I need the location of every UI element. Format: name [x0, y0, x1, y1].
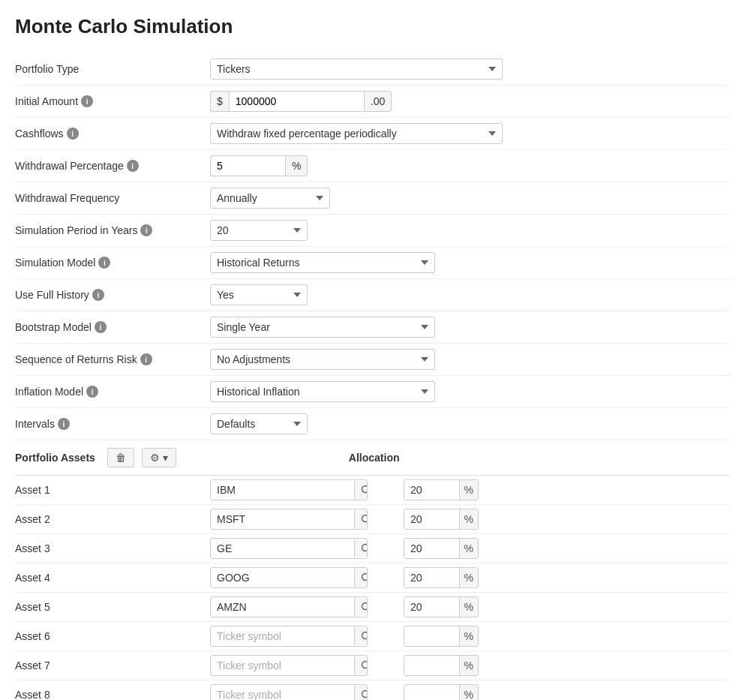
asset-4-ticker-input[interactable] [211, 568, 354, 587]
simulation-model-info-icon[interactable]: i [98, 257, 110, 269]
sequence-returns-info-icon[interactable]: i [140, 353, 152, 365]
portfolio-type-label: Portfolio Type [15, 63, 210, 75]
intervals-row: Intervals i Defaults Custom [15, 408, 730, 440]
use-full-history-select[interactable]: Yes No [210, 284, 308, 305]
sequence-returns-row: Sequence of Returns Risk i No Adjustment… [15, 344, 730, 376]
pct-group: % [210, 155, 730, 176]
cashflows-info-icon[interactable]: i [67, 128, 79, 140]
asset-8-ticker-input[interactable] [211, 685, 354, 700]
delete-assets-button[interactable]: 🗑 [107, 448, 134, 467]
asset-6-alloc-group: % [404, 626, 479, 647]
asset-3-alloc-input[interactable] [404, 539, 459, 558]
bootstrap-model-info-icon[interactable]: i [95, 321, 107, 333]
asset-1-alloc-group: % [404, 479, 479, 500]
amount-group: $ .00 [210, 91, 730, 112]
use-full-history-control: Yes No [210, 284, 730, 305]
inflation-model-info-icon[interactable]: i [86, 386, 98, 398]
use-full-history-row: Use Full History i Yes No [15, 279, 730, 311]
asset-3-ticker-input[interactable] [211, 539, 354, 558]
asset-7-ticker-group [210, 655, 368, 676]
simulation-form: Portfolio Type Tickers Manual Initial Am… [15, 53, 730, 440]
withdrawal-pct-control: % [210, 155, 730, 176]
cashflows-label: Cashflows i [15, 128, 210, 140]
asset-3-label: Asset 3 [15, 542, 210, 554]
amount-prefix: $ [210, 91, 229, 112]
initial-amount-info-icon[interactable]: i [81, 95, 93, 107]
asset-5-alloc-input[interactable] [404, 597, 459, 617]
cashflows-select[interactable]: Withdraw fixed percentage periodically N… [210, 123, 503, 144]
simulation-period-select[interactable]: 10 15 20 25 30 40 50 [210, 220, 308, 241]
table-row: Asset 1 % [15, 476, 730, 505]
inflation-model-select[interactable]: Historical Inflation Fixed Rate None [210, 381, 435, 402]
asset-2-pct-suffix: % [459, 509, 478, 529]
asset-7-search-button[interactable] [354, 656, 368, 674]
simulation-model-select[interactable]: Historical Returns Monte Carlo Bootstrap [210, 252, 435, 273]
withdrawal-pct-label: Withdrawal Percentage i [15, 160, 210, 172]
allocation-header: Allocation [349, 452, 400, 464]
asset-1-search-button[interactable] [354, 481, 368, 499]
asset-4-pct-suffix: % [459, 568, 478, 587]
bootstrap-model-label: Bootstrap Model i [15, 321, 210, 333]
withdrawal-freq-select[interactable]: Annually Monthly Quarterly [210, 188, 330, 209]
asset-2-label: Asset 2 [15, 513, 210, 525]
asset-6-ticker-group [210, 626, 368, 647]
svg-point-12 [362, 662, 368, 668]
trash-icon: 🗑 [116, 452, 126, 464]
portfolio-type-control: Tickers Manual [210, 59, 730, 80]
asset-4-alloc-group: % [404, 567, 479, 588]
asset-7-label: Asset 7 [15, 659, 210, 671]
portfolio-type-select[interactable]: Tickers Manual [210, 59, 503, 80]
asset-4-alloc-input[interactable] [404, 568, 459, 587]
svg-point-2 [362, 515, 368, 522]
sequence-returns-select[interactable]: No Adjustments Favorable Unfavorable [210, 349, 435, 370]
asset-5-ticker-group [210, 596, 368, 617]
inflation-model-row: Inflation Model i Historical Inflation F… [15, 376, 730, 408]
initial-amount-control: $ .00 [210, 91, 730, 112]
asset-4-search-button[interactable] [354, 569, 368, 587]
sequence-returns-label: Sequence of Returns Risk i [15, 353, 210, 365]
asset-5-alloc-group: % [404, 596, 479, 617]
asset-6-alloc-input[interactable] [404, 626, 459, 646]
table-row: Asset 5 % [15, 593, 730, 622]
withdrawal-freq-row: Withdrawal Frequency Annually Monthly Qu… [15, 182, 730, 215]
bootstrap-model-select[interactable]: Single Year Multi Year [210, 317, 435, 338]
asset-6-ticker-input[interactable] [211, 626, 354, 646]
withdrawal-pct-info-icon[interactable]: i [127, 160, 139, 172]
intervals-select[interactable]: Defaults Custom [210, 413, 308, 434]
asset-2-alloc-input[interactable] [404, 509, 459, 529]
withdrawal-pct-input[interactable] [210, 155, 285, 176]
asset-2-search-button[interactable] [354, 510, 368, 528]
asset-1-alloc-input[interactable] [404, 480, 459, 500]
simulation-period-info-icon[interactable]: i [140, 224, 152, 236]
simulation-period-row: Simulation Period in Years i 10 15 20 25… [15, 215, 730, 247]
svg-point-8 [362, 603, 368, 610]
intervals-info-icon[interactable]: i [58, 418, 70, 430]
asset-8-alloc-group: % [404, 684, 479, 700]
initial-amount-label: Initial Amount i [15, 95, 210, 107]
asset-6-search-button[interactable] [354, 627, 368, 645]
asset-8-search-button[interactable] [354, 686, 368, 700]
cashflows-control: Withdraw fixed percentage periodically N… [210, 123, 730, 144]
asset-7-alloc-input[interactable] [404, 656, 459, 675]
use-full-history-label: Use Full History i [15, 289, 210, 301]
sequence-returns-control: No Adjustments Favorable Unfavorable [210, 349, 730, 370]
asset-5-search-button[interactable] [354, 598, 368, 616]
initial-amount-input[interactable] [229, 91, 364, 112]
asset-5-ticker-input[interactable] [211, 597, 354, 617]
asset-2-ticker-input[interactable] [211, 509, 354, 529]
asset-1-ticker-input[interactable] [211, 480, 354, 500]
withdrawal-freq-label: Withdrawal Frequency [15, 192, 210, 204]
table-row: Asset 6 % [15, 622, 730, 651]
asset-3-search-button[interactable] [354, 539, 368, 557]
inflation-model-control: Historical Inflation Fixed Rate None [210, 381, 730, 402]
settings-button[interactable]: ⚙ ▾ [142, 448, 176, 467]
asset-4-label: Asset 4 [15, 572, 210, 584]
asset-8-alloc-input[interactable] [404, 685, 459, 700]
asset-3-ticker-group [210, 538, 368, 559]
initial-amount-row: Initial Amount i $ .00 [15, 86, 730, 118]
use-full-history-info-icon[interactable]: i [92, 289, 104, 301]
table-row: Asset 3 % [15, 534, 730, 563]
svg-point-6 [362, 574, 368, 581]
asset-7-ticker-input[interactable] [211, 656, 354, 675]
svg-point-14 [362, 691, 368, 698]
